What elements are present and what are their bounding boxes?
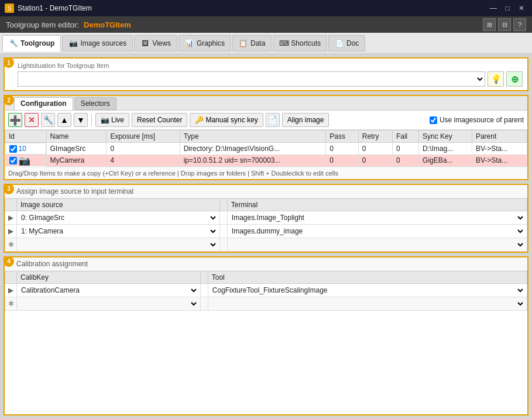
calib-new-tool (208, 297, 527, 310)
add-imagesrc-button[interactable]: ➕ (8, 113, 22, 127)
tools-button[interactable]: 🔧 (41, 113, 55, 127)
calib-col-tool: Tool (208, 271, 527, 283)
lightsituation-dropdown[interactable] (18, 71, 485, 87)
tab-views-label: Views (152, 39, 171, 47)
calibration-label: Calibration assignment (5, 257, 527, 271)
section-3-badge: 3 (4, 184, 14, 194)
col-id: Id (5, 130, 47, 143)
close-button[interactable]: ✕ (516, 2, 527, 14)
cell-parent-2: BV->Sta... (472, 154, 527, 166)
assign-src-1-dropdown[interactable]: ▾ (208, 212, 218, 224)
calib-new-key-dropdown[interactable] (19, 298, 198, 310)
col-sep (219, 198, 227, 211)
lightsituation-label: Lightsituation for Toolgroup Item (18, 62, 523, 69)
section-4-badge: 4 (4, 256, 14, 267)
tab-doc-label: Doc (346, 39, 359, 47)
manual-sync-button[interactable]: 🔑 Manual sync key (190, 113, 263, 127)
editor-bar-icons: ⊞ ⊟ ? (483, 18, 526, 31)
tab-image-sources-label: Image sources (80, 39, 126, 47)
undock-icon[interactable]: ⊟ (498, 18, 511, 31)
assign-sep-1 (219, 211, 227, 224)
main-content: 1 Lightsituation for Toolgroup Item 💡 ⊕ … (0, 54, 532, 419)
tab-views[interactable]: 🖼 Views (134, 35, 177, 51)
calib-sep-1 (200, 283, 208, 297)
maximize-button[interactable]: □ (502, 2, 513, 14)
add-light-button[interactable]: ⊕ (506, 71, 523, 87)
views-icon: 🖼 (140, 39, 150, 48)
cell-exposure: 0 (107, 143, 180, 155)
calib-tool-1: CogFixtureTool_FixtureScalingImage ▾ (208, 283, 527, 297)
graphics-icon: 📊 (185, 39, 194, 48)
table-hint: Drag/Drop Items to make a copy (+Ctrl Ke… (5, 167, 527, 179)
calib-row-expand-1[interactable]: ▶ (5, 283, 17, 297)
calib-tool-1-dropdown[interactable]: ▾ (516, 284, 525, 296)
sync-icon: 🔑 (195, 116, 204, 124)
row1-checkbox[interactable] (9, 145, 17, 153)
help-icon[interactable]: ? (513, 18, 526, 31)
imagesrc-table-wrapper: Id Name Exposure [ms] Type Pass Retry Fa… (5, 130, 527, 167)
row-expand-1[interactable]: ▶ (5, 211, 17, 224)
reset-counter-button[interactable]: Reset Counter (132, 113, 187, 127)
window-controls: — □ ✕ (488, 2, 527, 14)
calib-row: ▶ CalibrationCamera ▾ CogFixtureTool_Fix… (5, 283, 527, 297)
table-row[interactable]: 10 GImageSrc 0 Directory: D:\Images\Visi… (5, 143, 527, 155)
tab-shortcuts[interactable]: ⌨ Shortcuts (273, 35, 327, 51)
section-lightsituation: 1 Lightsituation for Toolgroup Item 💡 ⊕ (4, 57, 528, 91)
col-terminal: Terminal (227, 198, 527, 211)
cell-retry-2: 0 (358, 154, 392, 166)
calib-new-sep (200, 297, 208, 310)
image-sources-icon: 📷 (68, 39, 78, 48)
use-parent-checkbox[interactable] (430, 116, 437, 124)
new-src-dropdown[interactable] (19, 239, 218, 250)
subtab-selectors[interactable]: Selectors (74, 97, 116, 110)
subtab-configuration[interactable]: Configuration (14, 97, 73, 110)
calib-new-row: ✱ (5, 297, 527, 310)
live-icon: 📷 (101, 116, 109, 124)
remove-imagesrc-button[interactable]: ✕ (25, 113, 39, 127)
section-configuration: 2 Configuration Selectors ➕ ✕ 🔧 ▲ ▼ 📷 Li… (4, 95, 528, 180)
assign-terminal-2-dropdown[interactable]: ▾ (516, 225, 525, 237)
editor-label: Toolgroup item editor: (6, 20, 79, 29)
minimize-button[interactable]: — (488, 2, 499, 14)
calib-new-tool-dropdown[interactable] (210, 298, 525, 310)
new-src-cell (17, 238, 220, 251)
move-up-button[interactable]: ▲ (57, 113, 71, 127)
assign-src-2-dropdown[interactable]: ▾ (208, 225, 218, 237)
tab-doc[interactable]: 📄 Doc (328, 35, 365, 51)
move-down-button[interactable]: ▼ (74, 113, 88, 127)
shortcuts-icon: ⌨ (279, 39, 289, 48)
new-terminal-dropdown[interactable] (229, 239, 525, 250)
row-expand-2[interactable]: ▶ (5, 224, 17, 238)
tab-data[interactable]: 📋 Data (232, 35, 272, 51)
assign-terminal-1: Images.Image_Toplight ▾ (227, 211, 527, 224)
assign-terminal-1-dropdown[interactable]: ▾ (516, 212, 525, 224)
col-name: Name (46, 130, 107, 143)
col-parent: Parent (472, 130, 527, 143)
extra-button[interactable]: 📄 (266, 113, 280, 127)
section-calibration: 4 Calibration assignment CalibKey Tool ▶… (4, 256, 528, 416)
table-row[interactable]: 📷 MyCamera 4 ip=10.0.51.2 uid= sn=700003… (5, 154, 527, 166)
cell-retry: 0 (358, 143, 392, 155)
new-sep (219, 238, 227, 251)
row2-checkbox[interactable] (9, 157, 17, 164)
calibration-table: CalibKey Tool ▶ CalibrationCamera ▾ (5, 271, 527, 311)
cell-exposure-2: 4 (107, 154, 180, 166)
tab-toolgroup[interactable]: 🔧 Toolgroup (2, 35, 61, 51)
live-button[interactable]: 📷 Live (95, 113, 129, 127)
assign-sep-2 (219, 224, 227, 238)
cell-pass-2: 0 (326, 154, 358, 166)
col-arrow (5, 198, 17, 211)
assign-table: Image source Terminal ▶ 0: GImageSrc ▾ (5, 198, 527, 252)
cell-synckey-2: GigEBa... (419, 154, 472, 166)
tab-image-sources[interactable]: 📷 Image sources (62, 35, 133, 51)
lightbulb-button[interactable]: 💡 (488, 71, 504, 87)
col-type: Type (180, 130, 326, 143)
dock-icon[interactable]: ⊞ (483, 18, 496, 31)
cell-fail: 0 (392, 143, 418, 155)
tab-graphics[interactable]: 📊 Graphics (179, 35, 231, 51)
align-image-button[interactable]: Align image (282, 113, 330, 127)
calib-key-1-dropdown[interactable]: ▾ (189, 284, 198, 296)
config-toolbar: ➕ ✕ 🔧 ▲ ▼ 📷 Live Reset Counter 🔑 Manual … (5, 111, 527, 130)
calib-col-key: CalibKey (17, 271, 201, 283)
new-row-indicator: ✱ (5, 238, 17, 251)
